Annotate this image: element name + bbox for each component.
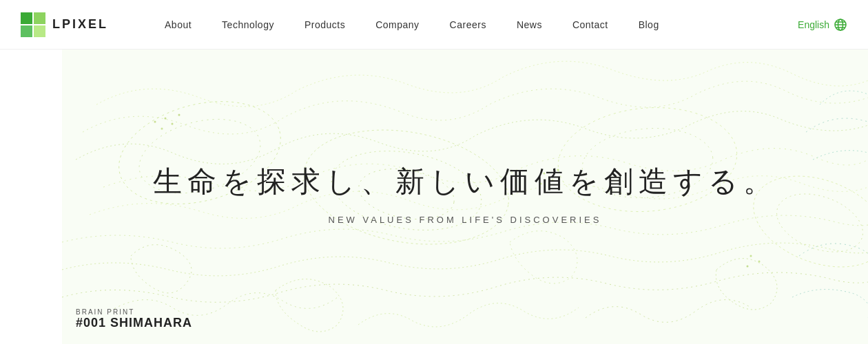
hero-content: 生命を探求し、新しい価値を創造する。 NEW VALUES FROM LIFE'… (153, 163, 778, 225)
svg-rect-2 (21, 25, 32, 37)
globe-icon (834, 18, 847, 32)
svg-point-29 (747, 266, 749, 268)
svg-point-20 (161, 128, 163, 130)
hero-tagline-japanese: 生命を探求し、新しい価値を創造する。 (153, 163, 778, 201)
language-switcher[interactable]: English (798, 18, 847, 32)
svg-point-17 (769, 183, 868, 263)
nav-item-news[interactable]: News (502, 19, 557, 30)
nav-item-blog[interactable]: Blog (623, 19, 674, 30)
svg-point-22 (154, 121, 156, 123)
hero-tagline-english: NEW VALUES FROM LIFE'S DISCOVERIES (153, 214, 778, 224)
logo-text: LPIXEL (52, 17, 108, 32)
header: LPIXEL About Technology Products Company… (0, 0, 868, 50)
svg-rect-0 (21, 12, 32, 24)
nav-item-company[interactable]: Company (360, 19, 434, 30)
main-nav: About Technology Products Company Career… (149, 19, 798, 30)
svg-point-28 (758, 261, 761, 263)
svg-point-21 (178, 114, 180, 116)
brain-print-caption: BRAIN PRINT #001 SHIMAHARA (76, 308, 192, 330)
nav-item-products[interactable]: Products (289, 19, 360, 30)
svg-rect-3 (34, 25, 45, 37)
hero-section: 生命を探求し、新しい価値を創造する。 NEW VALUES FROM LIFE'… (62, 50, 868, 344)
language-label: English (798, 19, 829, 30)
nav-item-technology[interactable]: Technology (207, 19, 289, 30)
nav-item-contact[interactable]: Contact (557, 19, 623, 30)
logo[interactable]: LPIXEL (21, 12, 108, 37)
svg-point-19 (172, 123, 174, 125)
svg-rect-1 (34, 12, 45, 24)
brain-print-label-text: BRAIN PRINT (76, 308, 192, 316)
nav-item-careers[interactable]: Careers (435, 19, 502, 30)
svg-point-18 (165, 118, 167, 120)
brain-print-id: #001 SHIMAHARA (76, 316, 192, 330)
nav-item-about[interactable]: About (149, 19, 207, 30)
logo-icon (21, 12, 45, 37)
svg-point-27 (750, 255, 752, 257)
